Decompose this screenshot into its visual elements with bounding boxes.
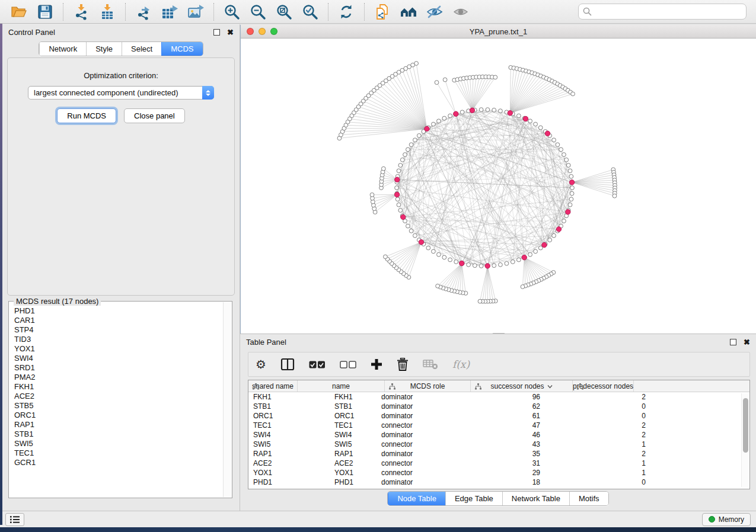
import-network-icon[interactable] — [72, 3, 90, 21]
mcds-result-item[interactable]: SRD1 — [14, 363, 222, 373]
open-file-icon[interactable] — [10, 3, 28, 21]
cell-successor-nodes: 96 — [464, 393, 550, 401]
desktop-edge — [0, 24, 2, 525]
cell-shared-name: RAP1 — [248, 450, 327, 458]
mcds-result-item[interactable]: YOX1 — [14, 344, 222, 354]
window-minimize-button[interactable] — [259, 28, 266, 35]
show-panels-icon[interactable] — [452, 3, 470, 21]
table-scrollbar[interactable] — [741, 393, 748, 487]
mcds-result-item[interactable]: STP4 — [14, 325, 222, 335]
column-header[interactable]: MCDS role — [385, 380, 471, 392]
memory-label: Memory — [719, 515, 744, 524]
table-tab[interactable]: Edge Table — [445, 492, 502, 505]
export-table-icon[interactable] — [161, 3, 178, 21]
table-scrollbar-thumb[interactable] — [743, 398, 748, 453]
export-image-icon[interactable] — [187, 3, 205, 21]
mcds-result-item[interactable]: TID3 — [14, 335, 222, 344]
cell-predecessor-nodes: 2 — [550, 450, 652, 458]
cell-shared-name: FKH1 — [248, 393, 327, 401]
hide-panels-icon[interactable] — [426, 3, 444, 21]
show-column-icon[interactable] — [280, 356, 295, 373]
run-mcds-button[interactable]: Run MCDS — [57, 108, 116, 123]
network-view-window: YPA_prune.txt_1 — [240, 25, 756, 334]
mcds-result-item[interactable]: ACE2 — [14, 392, 222, 401]
birdseye-view-icon[interactable] — [400, 3, 417, 21]
cell-mcds-role: connector — [377, 421, 464, 430]
zoom-selected-icon[interactable] — [301, 3, 319, 21]
deselect-all-checkboxes-icon[interactable] — [340, 356, 356, 373]
import-table-icon[interactable] — [98, 3, 116, 21]
cell-shared-name: TEC1 — [248, 421, 327, 430]
control-panel-tab[interactable]: MCDS — [161, 42, 202, 56]
node-table-body: FKH1 FKH1 dominator 96 2 STB1 STB1 domin… — [248, 392, 749, 487]
cell-shared-name: YOX1 — [248, 469, 327, 477]
table-row[interactable]: PHD1 PHD1 dominator 18 0 — [248, 477, 749, 487]
clone-network-icon[interactable] — [374, 3, 391, 21]
cell-name: STB1 — [327, 402, 377, 411]
add-column-icon[interactable] — [371, 356, 382, 373]
save-session-icon[interactable] — [36, 3, 54, 21]
cell-name: SWI5 — [327, 440, 377, 448]
table-row[interactable]: YOX1 YOX1 connector 29 1 — [248, 468, 749, 477]
table-tab[interactable]: Node Table — [388, 492, 445, 505]
mcds-result-item[interactable]: PHD1 — [14, 306, 222, 316]
refresh-view-icon[interactable] — [337, 3, 355, 21]
window-zoom-button[interactable] — [270, 28, 277, 35]
column-header[interactable]: name — [298, 380, 385, 392]
optimization-criterion-select[interactable]: largest connected component (undirected) — [28, 86, 214, 100]
zoom-fit-content-icon[interactable] — [275, 3, 293, 21]
search-input[interactable] — [578, 4, 747, 20]
float-panel-button[interactable] — [213, 29, 220, 36]
memory-button[interactable]: Memory — [702, 513, 751, 526]
cell-predecessor-nodes: 2 — [550, 393, 652, 401]
status-bar: Memory — [0, 511, 756, 527]
mcds-result-item[interactable]: ORC1 — [14, 411, 222, 420]
column-header[interactable]: shared name — [248, 380, 298, 392]
network-graph[interactable] — [241, 39, 756, 334]
cell-shared-name: SWI4 — [248, 431, 327, 439]
table-options-gear-icon[interactable]: ⚙ — [256, 356, 266, 373]
column-header[interactable]: successor nodes — [471, 380, 573, 392]
column-header[interactable]: predecessor nodes — [573, 380, 634, 392]
table-tab[interactable]: Motifs — [569, 492, 608, 505]
mcds-result-item[interactable]: SWI4 — [14, 354, 222, 363]
delete-column-icon[interactable] — [397, 356, 409, 373]
cell-predecessor-nodes: 0 — [550, 402, 652, 411]
float-table-panel-button[interactable] — [730, 339, 736, 345]
table-row[interactable]: SWI5 SWI5 connector 43 1 — [248, 440, 749, 449]
mcds-result-item[interactable]: STB5 — [14, 401, 222, 411]
mcds-result-item[interactable]: PMA2 — [14, 373, 222, 382]
table-row[interactable]: TEC1 TEC1 connector 47 2 — [248, 421, 749, 430]
close-table-panel-icon[interactable]: ✖ — [744, 339, 750, 345]
select-all-checkboxes-icon[interactable] — [309, 356, 326, 373]
control-panel-tab[interactable]: Select — [122, 42, 161, 56]
close-panel-icon[interactable]: ✖ — [227, 29, 234, 36]
zoom-out-icon[interactable] — [249, 3, 267, 21]
table-row[interactable]: SWI4 SWI4 dominator 46 2 — [248, 430, 749, 440]
table-tabs: Node TableEdge TableNetwork TableMotifs — [240, 491, 756, 506]
zoom-in-icon[interactable] — [223, 3, 241, 21]
mcds-result-item[interactable]: FKH1 — [14, 382, 222, 392]
control-panel-tab[interactable]: Network — [39, 42, 86, 56]
result-list-scrollbar[interactable] — [223, 302, 231, 497]
control-panel-tab[interactable]: Style — [86, 42, 122, 56]
cell-successor-nodes: 35 — [464, 450, 550, 458]
network-canvas[interactable] — [241, 39, 756, 334]
mcds-result-item[interactable]: STB1 — [14, 430, 222, 439]
mcds-result-item[interactable]: TEC1 — [14, 448, 222, 458]
table-row[interactable]: STB1 STB1 dominator 62 0 — [248, 402, 749, 411]
table-row[interactable]: FKH1 FKH1 dominator 96 2 — [248, 392, 749, 402]
table-tab[interactable]: Network Table — [502, 492, 569, 505]
table-row[interactable]: ACE2 ACE2 connector 31 1 — [248, 459, 749, 468]
task-history-button[interactable] — [5, 513, 24, 526]
table-row[interactable]: RAP1 RAP1 dominator 35 2 — [248, 449, 749, 459]
close-panel-button[interactable]: Close panel — [124, 108, 185, 123]
export-network-icon[interactable] — [135, 3, 152, 21]
window-close-button[interactable] — [247, 28, 254, 35]
mcds-result-item[interactable]: GCR1 — [14, 458, 222, 467]
mcds-result-item[interactable]: CAR1 — [14, 316, 222, 325]
mcds-result-item[interactable]: RAP1 — [14, 420, 222, 430]
table-row[interactable]: ORC1 ORC1 dominator 61 0 — [248, 411, 749, 421]
mcds-result-item[interactable]: SWI5 — [14, 439, 222, 448]
tree-hierarchy-icon — [475, 383, 481, 392]
